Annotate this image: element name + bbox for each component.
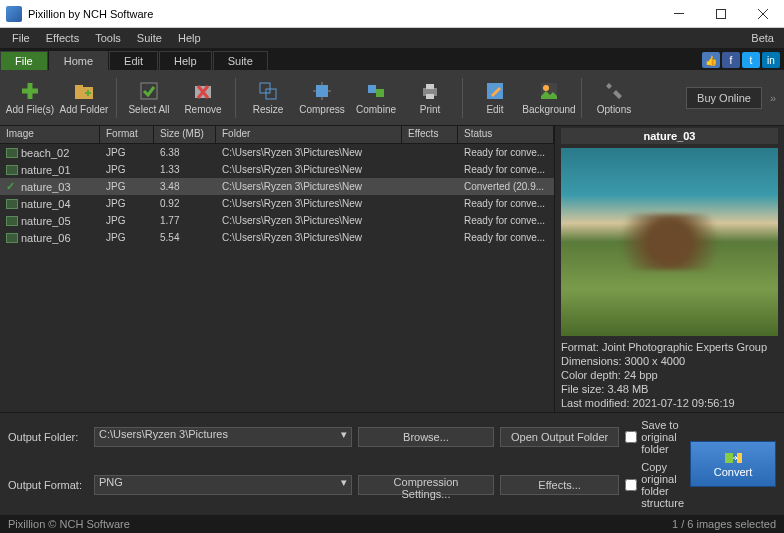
- col-size[interactable]: Size (MB): [154, 126, 216, 143]
- output-folder-select[interactable]: C:\Users\Ryzen 3\Pictures ▾: [94, 427, 352, 447]
- svg-rect-1: [717, 9, 726, 18]
- col-status[interactable]: Status: [458, 126, 554, 143]
- print-button[interactable]: Print: [404, 73, 456, 123]
- table-row[interactable]: nature_04JPG0.92C:\Users\Ryzen 3\Picture…: [0, 195, 554, 212]
- chevron-icon[interactable]: »: [766, 92, 780, 104]
- output-format-select[interactable]: PNG ▾: [94, 475, 352, 495]
- image-icon: [6, 199, 18, 209]
- x-icon: [192, 80, 214, 102]
- copy-structure-label: Copy original folder structure: [641, 461, 684, 509]
- wrench-icon: [603, 80, 625, 102]
- svg-rect-18: [737, 453, 742, 463]
- table-row[interactable]: nature_05JPG1.77C:\Users\Ryzen 3\Picture…: [0, 212, 554, 229]
- table-row[interactable]: nature_06JPG5.54C:\Users\Ryzen 3\Picture…: [0, 229, 554, 246]
- col-image[interactable]: Image: [0, 126, 100, 143]
- file-name: nature_01: [21, 164, 71, 176]
- effects-button[interactable]: Effects...: [500, 475, 619, 495]
- save-original-checkbox[interactable]: [625, 431, 637, 443]
- output-folder-label: Output Folder:: [8, 431, 88, 443]
- column-headers: Image Format Size (MB) Folder Effects St…: [0, 126, 554, 144]
- edit-button[interactable]: Edit: [469, 73, 521, 123]
- convert-button[interactable]: Convert: [690, 441, 776, 487]
- menu-file[interactable]: File: [4, 30, 38, 46]
- menu-help[interactable]: Help: [170, 30, 209, 46]
- file-effects: [402, 220, 458, 222]
- preview-panel: nature_03 Format: Joint Photographic Exp…: [554, 126, 784, 412]
- print-icon: [419, 80, 441, 102]
- file-status: Ready for conve...: [458, 146, 554, 159]
- col-format[interactable]: Format: [100, 126, 154, 143]
- thumbs-up-icon[interactable]: 👍: [702, 52, 720, 68]
- file-format: JPG: [100, 197, 154, 210]
- copy-structure-checkbox[interactable]: [625, 479, 637, 491]
- preview-filename: nature_03: [561, 128, 778, 144]
- table-row[interactable]: ✓nature_03JPG3.48C:\Users\Ryzen 3\Pictur…: [0, 178, 554, 195]
- file-folder: C:\Users\Ryzen 3\Pictures\New: [216, 146, 402, 159]
- tabbar: File Home Edit Help Suite 👍 f t in: [0, 48, 784, 70]
- tab-file[interactable]: File: [0, 51, 48, 70]
- preview-modified: Last modified: 2021-07-12 09:56:19: [561, 396, 778, 410]
- compression-button[interactable]: Compression Settings...: [358, 475, 494, 495]
- browse-button[interactable]: Browse...: [358, 427, 494, 447]
- compress-button[interactable]: Compress: [296, 73, 348, 123]
- resize-button[interactable]: Resize: [242, 73, 294, 123]
- maximize-button[interactable]: [700, 0, 742, 28]
- options-button[interactable]: Options: [588, 73, 640, 123]
- col-effects[interactable]: Effects: [402, 126, 458, 143]
- tab-help[interactable]: Help: [159, 51, 212, 70]
- svg-rect-4: [141, 83, 157, 99]
- background-button[interactable]: Background: [523, 73, 575, 123]
- remove-button[interactable]: Remove: [177, 73, 229, 123]
- file-format: JPG: [100, 180, 154, 193]
- file-status: Ready for conve...: [458, 163, 554, 176]
- preview-depth: Color depth: 24 bpp: [561, 368, 778, 382]
- preview-format: Format: Joint Photographic Experts Group: [561, 340, 778, 354]
- add-folder-button[interactable]: Add Folder: [58, 73, 110, 123]
- menu-effects[interactable]: Effects: [38, 30, 87, 46]
- file-name: nature_03: [21, 181, 71, 193]
- image-icon: [6, 233, 18, 243]
- svg-rect-9: [368, 85, 376, 93]
- menu-tools[interactable]: Tools: [87, 30, 129, 46]
- add-files-button[interactable]: Add File(s): [4, 73, 56, 123]
- menubar: File Effects Tools Suite Help Beta: [0, 28, 784, 48]
- open-output-button[interactable]: Open Output Folder: [500, 427, 619, 447]
- combine-button[interactable]: Combine: [350, 73, 402, 123]
- svg-rect-6: [260, 83, 270, 93]
- svg-rect-3: [75, 85, 83, 89]
- linkedin-icon[interactable]: in: [762, 52, 780, 68]
- table-row[interactable]: nature_01JPG1.33C:\Users\Ryzen 3\Picture…: [0, 161, 554, 178]
- table-row[interactable]: beach_02JPG6.38C:\Users\Ryzen 3\Pictures…: [0, 144, 554, 161]
- svg-rect-17: [725, 453, 733, 463]
- tab-home[interactable]: Home: [49, 51, 108, 70]
- file-folder: C:\Users\Ryzen 3\Pictures\New: [216, 197, 402, 210]
- check-icon: [138, 80, 160, 102]
- file-size: 1.77: [154, 214, 216, 227]
- output-format-label: Output Format:: [8, 479, 88, 491]
- file-size: 6.38: [154, 146, 216, 159]
- file-format: JPG: [100, 146, 154, 159]
- compress-icon: [311, 80, 333, 102]
- svg-rect-0: [674, 13, 684, 14]
- twitter-icon[interactable]: t: [742, 52, 760, 68]
- output-panel: Output Folder: C:\Users\Ryzen 3\Pictures…: [0, 412, 784, 515]
- minimize-button[interactable]: [658, 0, 700, 28]
- col-folder[interactable]: Folder: [216, 126, 402, 143]
- select-all-button[interactable]: Select All: [123, 73, 175, 123]
- toolbar: Add File(s) Add Folder Select All Remove…: [0, 70, 784, 126]
- file-format: JPG: [100, 214, 154, 227]
- file-size: 0.92: [154, 197, 216, 210]
- app-icon: [6, 6, 22, 22]
- folder-plus-icon: [73, 80, 95, 102]
- tab-suite[interactable]: Suite: [213, 51, 268, 70]
- tab-edit[interactable]: Edit: [109, 51, 158, 70]
- file-size: 3.48: [154, 180, 216, 193]
- convert-icon: [724, 450, 742, 464]
- menu-suite[interactable]: Suite: [129, 30, 170, 46]
- buy-online-button[interactable]: Buy Online: [686, 87, 762, 109]
- file-name: nature_06: [21, 232, 71, 244]
- facebook-icon[interactable]: f: [722, 52, 740, 68]
- file-effects: [402, 237, 458, 239]
- file-name: nature_04: [21, 198, 71, 210]
- close-button[interactable]: [742, 0, 784, 28]
